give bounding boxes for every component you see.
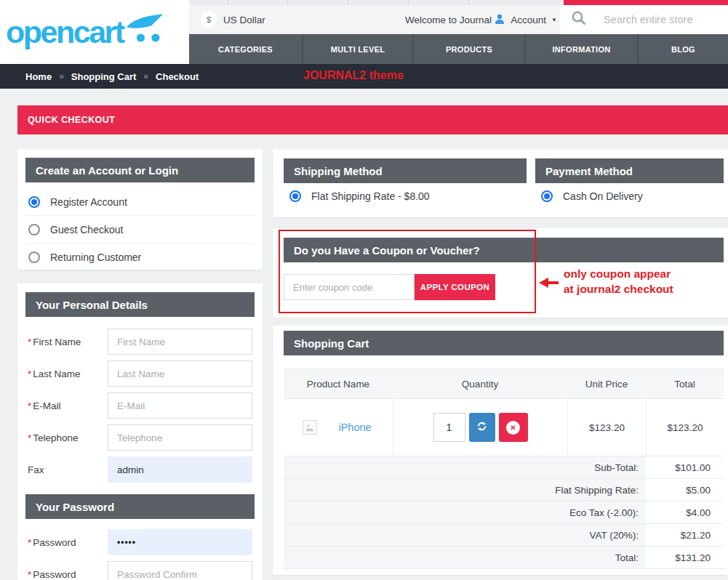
cart-product-cell: iPhone — [284, 399, 393, 456]
field-email: *E-Mail — [28, 392, 252, 419]
totals-row-shipping: Flat Shipping Rate: $5.00 — [284, 479, 724, 502]
totals-row-vat: VAT (20%): $21.20 — [284, 524, 724, 547]
email-input[interactable] — [108, 392, 252, 419]
radio-guest-checkout[interactable] — [28, 224, 40, 235]
field-label: *Last Name — [28, 368, 108, 379]
remove-icon: ✕ — [506, 421, 520, 435]
payment-option[interactable]: Cash On Delivery — [541, 190, 643, 202]
first-name-input[interactable] — [108, 329, 252, 355]
chevron-down-icon: ▼ — [551, 17, 557, 23]
field-password-confirm: *Password — [28, 561, 252, 580]
search-box[interactable] — [560, 5, 728, 34]
shipping-option-label: Flat Shipping Rate - $8.00 — [311, 190, 430, 202]
telephone-input[interactable] — [108, 424, 252, 451]
currency-label: US Dollar — [223, 15, 265, 25]
column-product-name: Product Name — [284, 369, 393, 398]
radio-register-account[interactable] — [28, 196, 40, 208]
annotation-line-2: at journal2 checkout — [564, 281, 673, 297]
product-link[interactable]: iPhone — [317, 422, 393, 433]
annotation-coupon-note: only coupon appear at journal2 checkout — [564, 266, 673, 297]
shopping-cart-title: Shopping Cart — [284, 331, 724, 355]
account-menu[interactable]: Account ▼ — [494, 5, 557, 34]
total-value: $5.00 — [646, 479, 724, 502]
annotation-line-1: only coupon appear — [564, 266, 673, 281]
total-value: $131.20 — [646, 547, 724, 569]
cart-row: iPhone — [284, 399, 724, 456]
account-label: Account — [511, 15, 546, 25]
total-value: $101.00 — [646, 456, 724, 479]
breadcrumb-shopping-cart[interactable]: Shopping Cart — [71, 71, 137, 82]
currency-selector[interactable]: $ US Dollar — [201, 5, 265, 34]
radio-cash-on-delivery[interactable] — [541, 190, 553, 202]
column-total: Total — [646, 369, 724, 398]
breadcrumb-home[interactable]: Home — [25, 71, 52, 82]
payment-method-title: Payment Method — [535, 158, 724, 183]
person-icon — [494, 13, 505, 27]
totals-row-subtotal: Sub-Total: $101.00 — [284, 456, 724, 479]
shipping-option[interactable]: Flat Shipping Rate - $8.00 — [289, 190, 430, 202]
product-image-placeholder-icon — [303, 420, 317, 435]
required-asterisk: * — [28, 400, 31, 411]
personal-details-panel: Your Personal Details *First Name *Last … — [17, 283, 263, 580]
nav-item-information[interactable]: INFORMATION — [524, 34, 637, 64]
methods-panel: Shipping Method Payment Method Flat Ship… — [273, 149, 728, 217]
apply-coupon-button[interactable]: APPLY COUPON — [415, 274, 495, 300]
personal-details-title: Your Personal Details — [25, 292, 255, 317]
total-label: Flat Shipping Rate: — [284, 479, 646, 502]
password-input[interactable] — [108, 529, 252, 555]
remove-item-button[interactable]: ✕ — [499, 413, 528, 442]
fax-input[interactable] — [108, 456, 252, 483]
total-label: VAT (20%): — [284, 524, 646, 547]
field-label: *Telephone — [28, 432, 108, 443]
left-arrow-icon — [539, 278, 559, 288]
option-label: Register Account — [50, 196, 127, 208]
nav-item-categories[interactable]: CATEGORIES — [189, 34, 302, 64]
option-returning-customer[interactable]: Returning Customer — [25, 243, 255, 271]
column-quantity: Quantity — [393, 369, 567, 398]
required-asterisk: * — [28, 337, 31, 347]
search-input[interactable] — [604, 14, 728, 25]
cart-table-header: Product Name Quantity Unit Price Total — [284, 368, 724, 399]
quantity-input[interactable] — [433, 413, 465, 442]
nav-item-multi-level[interactable]: MULTI LEVEL — [302, 34, 412, 64]
quick-checkout-banner: QUICK CHECKOUT — [17, 105, 728, 134]
total-value: $4.00 — [646, 502, 724, 524]
field-first-name: *First Name — [28, 329, 252, 355]
last-name-input[interactable] — [108, 361, 252, 387]
cart-total-cell: $123.20 — [646, 399, 724, 456]
update-quantity-button[interactable] — [469, 413, 495, 442]
account-panel-title: Create an Account or Login — [25, 158, 255, 182]
top-strip-red-segment — [564, 0, 728, 5]
option-guest-checkout[interactable]: Guest Checkout — [25, 216, 255, 243]
required-asterisk: * — [28, 569, 31, 580]
nav-item-blog[interactable]: BLOG — [637, 34, 728, 64]
header: $ US Dollar Welcome to Journal Account ▼ — [189, 5, 728, 34]
annotation-theme-label: JOURNAL2 theme — [303, 69, 404, 82]
column-unit-price: Unit Price — [567, 369, 646, 398]
radio-flat-shipping[interactable] — [289, 190, 301, 202]
required-asterisk: * — [28, 537, 31, 548]
option-register-account[interactable]: Register Account — [25, 188, 255, 216]
breadcrumb-separator: » — [143, 71, 148, 81]
password-confirm-input[interactable] — [108, 561, 252, 580]
required-asterisk: * — [28, 368, 31, 379]
cart-swoosh-icon — [125, 12, 164, 48]
top-strip-divider — [287, 0, 288, 5]
nav-item-products[interactable]: PRODUCTS — [412, 34, 524, 64]
field-label: *First Name — [28, 337, 108, 347]
checkout-page: $ US Dollar Welcome to Journal Account ▼… — [0, 0, 728, 580]
coupon-title: Do you Have a Coupon or Voucher? — [284, 238, 724, 262]
main-nav: CATEGORIES MULTI LEVEL PRODUCTS INFORMAT… — [189, 34, 728, 64]
field-label: *E-Mail — [28, 400, 108, 411]
field-label: *Password — [28, 537, 108, 548]
field-fax: Fax — [28, 456, 252, 483]
opencart-logo[interactable]: opencart — [0, 0, 189, 64]
cart-quantity-cell: ✕ — [393, 399, 567, 456]
breadcrumb-checkout: Checkout — [156, 71, 199, 82]
radio-returning-customer[interactable] — [28, 251, 40, 263]
breadcrumb: Home » Shopping Cart » Checkout JOURNAL2… — [0, 64, 728, 89]
breadcrumb-separator: » — [59, 71, 64, 81]
coupon-code-input[interactable] — [284, 274, 415, 300]
option-label: Guest Checkout — [50, 224, 123, 235]
field-label: *Password — [28, 569, 108, 580]
